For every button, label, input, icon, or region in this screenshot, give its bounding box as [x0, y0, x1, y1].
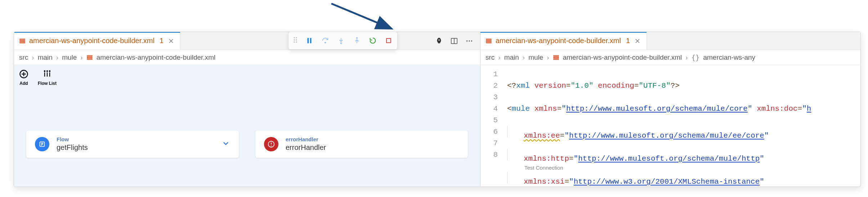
crumb[interactable]: main: [504, 54, 519, 61]
code-editor[interactable]: 1 2 3 4 5 6 7 8 <?xml version="1.0" enco…: [480, 65, 860, 187]
card-kicker: Flow: [57, 136, 88, 143]
tab-file-left[interactable]: amercian-ws-anypoint-code-builder.xml 1: [14, 32, 180, 50]
svg-rect-42: [308, 38, 309, 43]
line-number: 5: [480, 115, 498, 126]
editor-workbench: amercian-ws-anypoint-code-builder.xml 1: [14, 32, 861, 187]
svg-rect-4: [20, 42, 25, 43]
crumb[interactable]: mule: [528, 54, 543, 61]
line-number: 3: [480, 92, 498, 103]
svg-rect-23: [49, 72, 50, 77]
svg-point-38: [294, 39, 295, 41]
tab-label: amercian-ws-anypoint-code-builder.xml: [496, 37, 621, 45]
svg-rect-43: [310, 38, 312, 43]
svg-rect-21: [44, 72, 45, 77]
step-into-icon[interactable]: [337, 36, 345, 45]
svg-point-36: [294, 37, 295, 38]
crumb[interactable]: amercian-ws-anypoint-code-builder.xml: [563, 54, 682, 61]
breadcrumbs-right[interactable]: src › main › mule › amercian-ws-anypoint…: [480, 50, 860, 65]
svg-rect-49: [386, 38, 391, 43]
svg-point-10: [469, 40, 470, 41]
crumb[interactable]: src: [19, 54, 28, 61]
code-line[interactable]: xmlns:http="http://www.mulesoft.org/sche…: [507, 149, 860, 161]
drag-handle-icon[interactable]: [293, 36, 298, 45]
crumb[interactable]: amercian-ws-anypoint-code-builder.xml: [97, 54, 216, 61]
line-number: 4: [480, 103, 498, 115]
xml-file-icon: [553, 54, 559, 61]
xml-file-icon: [86, 54, 93, 61]
tab-dirty-indicator: 1: [160, 37, 164, 45]
line-number: 1: [480, 69, 498, 80]
tab-dirty-indicator: 1: [626, 37, 630, 45]
svg-rect-29: [486, 40, 491, 41]
tab-file-right[interactable]: amercian-ws-anypoint-code-builder.xml 1: [480, 32, 647, 50]
svg-rect-28: [486, 39, 491, 40]
line-number: 6: [480, 126, 498, 138]
chevron-down-icon[interactable]: [222, 139, 230, 149]
svg-point-48: [357, 37, 358, 38]
tab-label: amercian-ws-anypoint-code-builder.xml: [29, 37, 155, 45]
editor-group-left: amercian-ws-anypoint-code-builder.xml 1: [14, 32, 480, 187]
svg-point-39: [296, 39, 297, 41]
svg-rect-3: [20, 40, 25, 41]
flow-list-button[interactable]: Flow List: [38, 69, 57, 86]
xml-file-icon: [19, 38, 26, 44]
svg-rect-12: [87, 55, 92, 56]
restart-icon[interactable]: [368, 36, 377, 45]
svg-point-19: [46, 70, 48, 72]
stop-icon[interactable]: [384, 36, 393, 45]
tool-label: Flow List: [38, 81, 57, 86]
flow-icon: [35, 137, 49, 151]
crumb[interactable]: amercian-ws-any: [703, 54, 755, 61]
code-line[interactable]: <?xml version="1.0" encoding="UTF-8"?>: [507, 80, 860, 92]
breadcrumbs-left[interactable]: src › main › mule › amercian-ws-anypoint…: [14, 50, 480, 65]
svg-point-37: [296, 37, 297, 38]
svg-rect-35: [554, 59, 559, 59]
editor-group-right: amercian-ws-anypoint-code-builder.xml 1 …: [480, 32, 860, 187]
close-icon[interactable]: [634, 37, 641, 45]
svg-rect-33: [554, 55, 559, 56]
braces-icon: {}: [692, 54, 700, 61]
svg-point-41: [296, 41, 297, 43]
codelens-test-connection[interactable]: Test Connection: [524, 162, 563, 174]
chevron-right-icon: ›: [80, 54, 82, 61]
svg-line-1: [331, 4, 392, 29]
svg-point-9: [466, 40, 467, 41]
step-over-icon[interactable]: [321, 36, 330, 45]
svg-point-18: [44, 70, 46, 72]
crumb[interactable]: src: [486, 54, 495, 61]
crumb[interactable]: mule: [62, 54, 77, 61]
crumb[interactable]: main: [38, 54, 53, 61]
debug-toolbar[interactable]: [288, 32, 398, 50]
code-line[interactable]: xmlns:ee="http://www.mulesoft.org/schema…: [507, 126, 860, 138]
pause-icon[interactable]: [305, 36, 314, 45]
svg-rect-13: [87, 57, 92, 58]
svg-point-11: [471, 40, 472, 41]
chevron-right-icon: ›: [498, 54, 500, 61]
svg-rect-34: [554, 57, 559, 58]
step-out-icon[interactable]: [353, 36, 361, 45]
chevron-right-icon: ›: [32, 54, 34, 61]
chevron-right-icon: ›: [523, 54, 525, 61]
code-line[interactable]: <mule xmlns="http://www.mulesoft.org/sch…: [507, 103, 860, 115]
split-editor-icon[interactable]: [450, 37, 458, 45]
chevron-right-icon: ›: [56, 54, 58, 61]
code-line[interactable]: xmlns:xsi="http://www.w3.org/2001/XMLSch…: [507, 172, 860, 184]
more-icon[interactable]: [465, 37, 474, 45]
add-component-button[interactable]: Add: [18, 69, 29, 86]
card-kicker: errorHandler: [286, 136, 326, 143]
flow-card-errorhandler[interactable]: errorHandler errorHandler: [255, 130, 468, 158]
line-number: 7: [480, 138, 498, 149]
rocket-icon[interactable]: [435, 37, 443, 45]
plus-circle-icon: [18, 69, 29, 79]
flow-card-getflights[interactable]: Flow getFlights: [26, 130, 239, 158]
chevron-right-icon: ›: [547, 54, 549, 61]
svg-point-27: [271, 145, 272, 146]
svg-rect-2: [20, 39, 25, 40]
flow-toolbar: Add Flow List: [18, 69, 57, 86]
error-icon: [264, 137, 278, 151]
card-name: getFlights: [57, 143, 88, 152]
chevron-right-icon: ›: [685, 54, 688, 61]
code-content[interactable]: <?xml version="1.0" encoding="UTF-8"?> <…: [503, 65, 860, 187]
flow-canvas[interactable]: Add Flow List Flow getFlights: [14, 65, 480, 187]
close-icon[interactable]: [167, 37, 175, 45]
